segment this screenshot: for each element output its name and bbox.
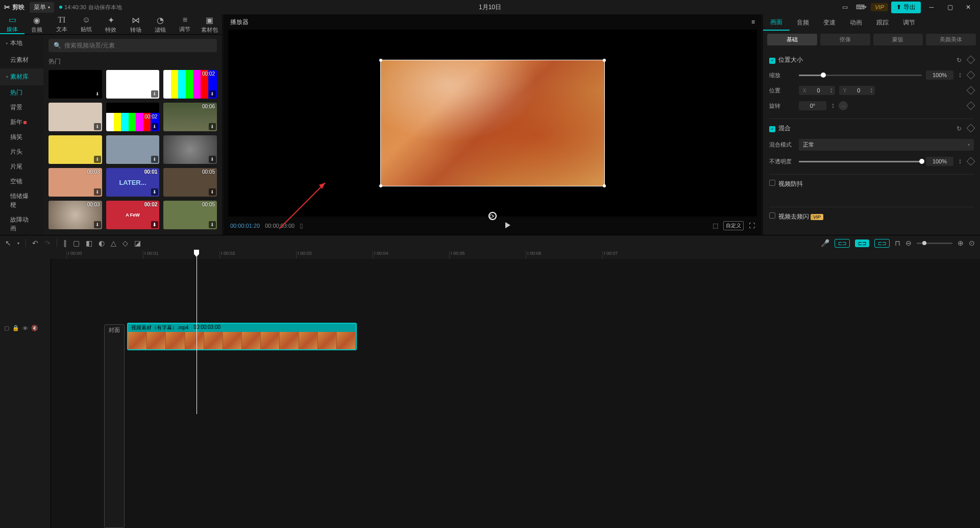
- shortcut-icon[interactable]: ⌨ ▾: [854, 2, 868, 12]
- zoom-slider[interactable]: [917, 243, 952, 244]
- thumb-item[interactable]: 00:03⬇: [48, 201, 102, 229]
- blend-checkbox[interactable]: ✓: [769, 126, 775, 132]
- sidebar-sub-intro[interactable]: 片头: [0, 145, 43, 159]
- preview-clip[interactable]: [380, 60, 605, 186]
- sidebar-local[interactable]: 本地: [0, 35, 43, 52]
- download-icon[interactable]: ⬇: [94, 156, 101, 163]
- cover-button[interactable]: 封面: [104, 324, 125, 528]
- track-visible-icon[interactable]: 👁: [22, 325, 28, 331]
- mic-icon[interactable]: 🎤: [821, 239, 829, 247]
- download-icon[interactable]: ⬇: [151, 221, 158, 228]
- timeline-clip[interactable]: 视频素材（有字幕）.mp4 00:00:03:00: [127, 323, 357, 350]
- crop-left-tool[interactable]: ◧: [86, 239, 92, 247]
- download-icon[interactable]: ⬇: [94, 123, 101, 130]
- props-tab-audio[interactable]: 音频: [790, 14, 816, 31]
- auto-cut-2[interactable]: ⊏⊐: [855, 239, 869, 247]
- subtab-cutout[interactable]: 抠像: [820, 34, 870, 45]
- download-icon[interactable]: ⬇: [151, 188, 158, 196]
- tab-sticker[interactable]: ☺贴纸: [74, 14, 99, 34]
- tab-effect[interactable]: ✦特效: [99, 14, 123, 34]
- playhead[interactable]: [197, 251, 197, 414]
- sidebar-sub-emotion[interactable]: 情绪爆梗: [0, 189, 43, 212]
- fullscreen-icon[interactable]: ⛶: [749, 222, 755, 229]
- sidebar-sub-funny[interactable]: 搞笑: [0, 130, 43, 145]
- undo-button[interactable]: ↶: [32, 239, 38, 247]
- select-tool[interactable]: ↖: [5, 239, 11, 247]
- download-icon[interactable]: ⬇: [151, 156, 158, 163]
- thumb-item[interactable]: ⬇: [106, 135, 160, 164]
- search-box[interactable]: 🔍: [48, 39, 217, 52]
- thumb-item[interactable]: A FeW00:02⬇: [106, 201, 160, 229]
- minimize-button[interactable]: ─: [924, 2, 939, 12]
- subtab-mask[interactable]: 蒙版: [873, 34, 923, 45]
- thumb-item[interactable]: ⬇: [48, 103, 102, 131]
- thumb-item[interactable]: ⬇: [163, 135, 217, 164]
- props-tab-speed[interactable]: 变速: [816, 14, 843, 31]
- keyframe-icon[interactable]: [967, 102, 975, 110]
- deflicker-checkbox[interactable]: [769, 212, 775, 219]
- export-button[interactable]: ⬆ 导出: [891, 2, 921, 13]
- pos-y-input[interactable]: Y▲▼: [839, 86, 875, 95]
- play-button[interactable]: [504, 222, 511, 230]
- preview-canvas[interactable]: ⟳: [380, 36, 605, 210]
- keyframe-icon[interactable]: [967, 86, 975, 95]
- download-icon[interactable]: ⬇: [209, 156, 216, 163]
- thumb-item[interactable]: 00:06⬇: [163, 103, 217, 131]
- thumb-item[interactable]: LATER...00:01⬇: [106, 168, 160, 197]
- tab-media[interactable]: ▭媒体: [0, 14, 24, 34]
- compare-icon[interactable]: ⬚: [713, 222, 718, 229]
- thumb-item[interactable]: 00:02⬇: [163, 70, 217, 99]
- reset-icon[interactable]: ↻: [957, 57, 962, 64]
- rotate-handle[interactable]: ⟳: [488, 212, 497, 220]
- sidebar-sub-hot[interactable]: 热门: [0, 85, 43, 100]
- rotate-tool[interactable]: ◇: [122, 239, 128, 247]
- pos-size-checkbox[interactable]: ✓: [769, 58, 775, 64]
- thumb-item[interactable]: 00:05⬇: [163, 201, 217, 229]
- timeline-ruler[interactable]: I 00:00 I 00:01 I 00:02 I 00:03 I 00:04 …: [0, 251, 980, 259]
- sidebar-sub-glitch[interactable]: 故障动画: [0, 212, 43, 235]
- props-tab-adjust[interactable]: 调节: [896, 14, 922, 31]
- download-icon[interactable]: ⬇: [209, 221, 216, 228]
- props-tab-track[interactable]: 跟踪: [869, 14, 896, 31]
- redo-button[interactable]: ↷: [44, 239, 51, 247]
- download-icon[interactable]: ⬇: [94, 188, 101, 196]
- pos-x-input[interactable]: X▲▼: [799, 86, 835, 95]
- aspect-ratio-button[interactable]: 自定义: [723, 221, 744, 230]
- download-icon[interactable]: ⬇: [94, 221, 101, 228]
- mirror-tool[interactable]: △: [111, 239, 116, 247]
- download-icon[interactable]: ⬇: [151, 90, 158, 98]
- tab-adjust[interactable]: ≡调节: [173, 14, 197, 34]
- sidebar-library[interactable]: 素材库: [0, 68, 43, 85]
- zoom-in-icon[interactable]: ⊕: [958, 239, 964, 247]
- zoom-fit-icon[interactable]: ⊙: [969, 239, 975, 247]
- thumb-item[interactable]: 00:02⬇: [106, 103, 160, 131]
- keyframe-icon[interactable]: [967, 124, 975, 132]
- auto-cut-1[interactable]: ⊏⊐: [835, 239, 850, 248]
- download-icon[interactable]: ⬇: [94, 90, 101, 98]
- keyframe-icon[interactable]: [967, 71, 975, 80]
- menu-dropdown[interactable]: 菜单 ▾: [30, 2, 54, 13]
- split-tool[interactable]: ‖: [63, 239, 67, 247]
- thumb-item[interactable]: ⬇: [48, 70, 102, 99]
- sidebar-sub-empty[interactable]: 空镜: [0, 174, 43, 189]
- sidebar-cloud[interactable]: 云素材: [0, 52, 43, 68]
- download-icon[interactable]: ⬇: [209, 123, 216, 130]
- rotation-dial[interactable]: —: [839, 101, 848, 110]
- thumb-item[interactable]: ⬇: [48, 135, 102, 164]
- track-toggle-icon[interactable]: ▢: [4, 325, 9, 331]
- tab-asset-pack[interactable]: ▣素材包: [198, 14, 222, 34]
- blendmode-select[interactable]: 正常▾: [799, 139, 974, 151]
- antishake-checkbox[interactable]: [769, 180, 775, 186]
- select-tool-dropdown[interactable]: ▾: [17, 241, 19, 246]
- download-icon[interactable]: ⬇: [151, 123, 158, 130]
- scale-slider[interactable]: [799, 75, 922, 76]
- tab-filter[interactable]: ◔滤镜: [148, 14, 173, 34]
- crop-tool-2[interactable]: ◪: [134, 239, 141, 247]
- keyframe-icon[interactable]: [967, 55, 975, 64]
- tab-audio[interactable]: ◉音频: [24, 14, 49, 34]
- reset-icon[interactable]: ↻: [957, 125, 962, 132]
- track-mute-icon[interactable]: 🔇: [31, 325, 38, 331]
- download-icon[interactable]: ⬇: [209, 90, 216, 98]
- opacity-value[interactable]: 100%: [926, 157, 953, 166]
- subtab-basic[interactable]: 基础: [767, 34, 817, 45]
